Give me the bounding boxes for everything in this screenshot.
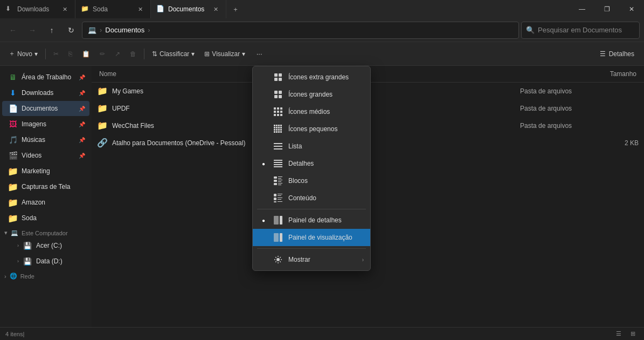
sidebar-downloads-label: Downloads — [22, 89, 74, 97]
copiar-button[interactable]: ⎘ — [64, 45, 77, 63]
svg-rect-31 — [278, 131, 280, 133]
svg-rect-29 — [274, 131, 275, 133]
title-bar: ⬇ Downloads ✕ 📁 Soda ✕ 📄 Documentos ✕ + … — [0, 0, 644, 18]
mais-button[interactable]: ··· — [251, 45, 268, 63]
svg-rect-4 — [274, 91, 278, 94]
visualizar-button[interactable]: ⊞ Visualizar ▾ — [200, 45, 250, 63]
svg-rect-38 — [274, 164, 282, 165]
compartilhar-icon: ↗ — [115, 50, 120, 58]
tab-documentos-close[interactable]: ✕ — [211, 5, 220, 14]
colar-button[interactable]: 📋 — [78, 45, 94, 63]
sidebar-item-downloads[interactable]: ⬇ Downloads 📌 — [2, 85, 89, 100]
menu-item-large[interactable]: Ícones grandes — [253, 86, 370, 103]
svg-rect-28 — [280, 129, 282, 131]
menu-separator-1 — [257, 209, 366, 209]
tab-documentos-label: Documentos — [168, 5, 208, 13]
grid-view-button[interactable]: ⊞ — [627, 328, 639, 340]
sidebar-item-acer[interactable]: › 💾 Acer (C:) — [2, 238, 89, 253]
svg-rect-36 — [274, 160, 282, 161]
wechat-folder-icon: 📁 — [97, 120, 108, 131]
classificar-icon: ⇅ — [152, 50, 157, 58]
svg-rect-50 — [278, 194, 282, 194]
tab-soda-close[interactable]: ✕ — [136, 5, 145, 14]
music-icon: 🎵 — [9, 135, 17, 144]
svg-rect-20 — [280, 125, 282, 126]
renomear-button[interactable]: ✏ — [95, 45, 109, 63]
up-button[interactable]: ↑ — [43, 22, 60, 39]
details-button[interactable]: ☰ Detalhes — [594, 45, 640, 63]
menu-item-medium[interactable]: Ícones médios — [253, 103, 370, 120]
tab-downloads-close[interactable]: ✕ — [60, 5, 70, 14]
list-view-button[interactable]: ☰ — [613, 328, 625, 340]
small-icon — [273, 124, 283, 134]
compartilhar-button[interactable]: ↗ — [110, 45, 124, 63]
back-button[interactable]: ← — [4, 22, 22, 39]
computer-expand-icon: ▾ — [4, 229, 8, 236]
search-box[interactable]: 🔍 Pesquisar em Documentos — [521, 22, 640, 39]
maximize-button[interactable]: ❐ — [594, 0, 619, 18]
menu-item-extra-large[interactable]: Ícones extra grandes — [253, 69, 370, 86]
atalho-shortcut-icon: 🔗 — [97, 138, 108, 148]
menu-item-preview-panel[interactable]: Painel de visualização — [253, 229, 370, 246]
visualizar-arrow: ▾ — [242, 50, 245, 58]
classificar-button[interactable]: ⇅ Classificar ▾ — [148, 45, 199, 63]
sidebar-item-capturas[interactable]: 📁 Capturas de Tela — [2, 179, 89, 194]
sidebar-capturas-label: Capturas de Tela — [22, 183, 85, 191]
detail-panel-bullet: ● — [259, 217, 268, 223]
svg-rect-48 — [278, 185, 281, 185]
tab-soda-label: Soda — [93, 5, 133, 13]
tab-new-button[interactable]: + — [226, 0, 245, 18]
toolbar: ＋ Novo ▾ ✂ ⎘ 📋 ✏ ↗ 🗑 ⇅ Classificar ▾ ⊞ V… — [0, 42, 644, 66]
sidebar-item-videos[interactable]: 🎬 Vídeos 📌 — [2, 148, 89, 163]
menu-item-mostrar[interactable]: Mostrar › — [253, 251, 370, 268]
svg-rect-8 — [274, 107, 276, 110]
menu-item-detail-panel[interactable]: ● Painel de detalhes — [253, 212, 370, 229]
close-button[interactable]: ✕ — [619, 0, 644, 18]
menu-item-content[interactable]: Conteúdo — [253, 189, 370, 207]
breadcrumb-documentos: Documentos — [105, 26, 144, 34]
tab-documentos-icon: 📄 — [156, 5, 165, 13]
forward-button[interactable]: → — [24, 22, 41, 39]
sidebar-amazon-label: Amazon — [22, 199, 85, 206]
address-box[interactable]: 💻 › Documentos › — [82, 22, 519, 39]
refresh-button[interactable]: ↻ — [63, 22, 80, 39]
updf-folder-icon: 📁 — [97, 103, 108, 114]
visualizar-label: Visualizar — [212, 50, 240, 58]
novo-button[interactable]: ＋ Novo ▾ — [4, 45, 42, 63]
sidebar-item-marketing[interactable]: 📁 Marketing — [2, 164, 89, 179]
svg-rect-39 — [274, 166, 282, 167]
tab-downloads[interactable]: ⬇ Downloads ✕ — [0, 0, 75, 18]
sidebar-item-amazon[interactable]: 📁 Amazon — [2, 195, 89, 210]
minimize-button[interactable]: — — [570, 0, 594, 18]
sidebar-group-computer[interactable]: ▾ 💻 Este Computador — [0, 226, 92, 237]
svg-rect-59 — [274, 233, 279, 242]
svg-rect-42 — [278, 178, 281, 179]
svg-rect-30 — [276, 131, 278, 133]
tab-soda[interactable]: 📁 Soda ✕ — [75, 0, 151, 18]
svg-rect-47 — [278, 183, 282, 183]
sidebar-item-data[interactable]: › 💾 Data (D:) — [2, 254, 89, 269]
sidebar-item-musicas[interactable]: 🎵 Músicas 📌 — [2, 132, 89, 147]
sidebar-item-imagens[interactable]: 🖼 Imagens 📌 — [2, 117, 89, 132]
sidebar-item-soda[interactable]: 📁 Soda — [2, 210, 89, 226]
svg-point-61 — [276, 258, 280, 261]
svg-rect-21 — [274, 127, 275, 128]
menu-item-tiles[interactable]: Blocos — [253, 172, 370, 189]
sidebar-group-rede[interactable]: › 🌐 Rede — [0, 269, 92, 281]
menu-separator-2 — [257, 248, 366, 249]
menu-item-list[interactable]: Lista — [253, 138, 370, 155]
excluir-button[interactable]: 🗑 — [126, 45, 141, 63]
sidebar-item-desktop[interactable]: 🖥 Área de Trabalho 📌 — [2, 70, 89, 85]
sidebar-desktop-pin: 📌 — [79, 74, 85, 80]
menu-item-small[interactable]: Ícones pequenos — [253, 120, 370, 138]
sidebar-item-documentos[interactable]: 📄 Documentos 📌 — [2, 101, 89, 116]
tab-documentos[interactable]: 📄 Documentos ✕ — [151, 0, 226, 18]
cortar-button[interactable]: ✂ — [49, 45, 63, 63]
sidebar-videos-pin: 📌 — [79, 153, 85, 159]
soda-folder-icon: 📁 — [9, 214, 17, 222]
item-count: 4 itens — [5, 331, 23, 337]
cortar-icon: ✂ — [53, 50, 59, 58]
svg-rect-35 — [274, 148, 282, 149]
menu-item-details[interactable]: ● Detalhes — [253, 155, 370, 172]
data-drive-icon: 💾 — [23, 257, 32, 266]
